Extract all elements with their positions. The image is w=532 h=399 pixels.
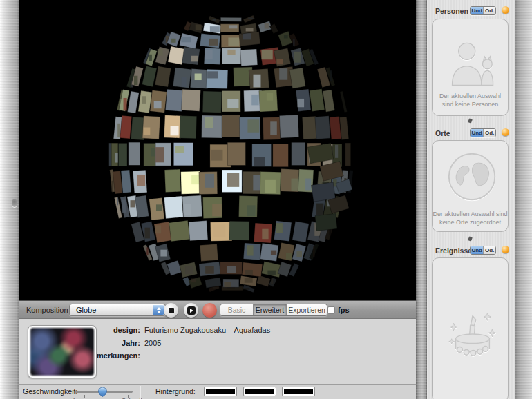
speed-label: Geschwindigkeit:	[23, 387, 77, 396]
ereignisse-und-button[interactable]: Und	[471, 246, 483, 254]
background-color-well-1[interactable]	[204, 387, 237, 396]
divider	[140, 386, 140, 399]
section-title-orte: Orte	[435, 129, 450, 137]
orte-und-button[interactable]: Und	[471, 129, 483, 137]
composition-popup-value: Globe	[76, 306, 96, 314]
person-cat-icon	[448, 40, 499, 86]
personen-empty-message-line1: Der aktuellen Auswahl	[433, 92, 508, 100]
photo-app-window: { "toolbar": { "composition_label": "Kom…	[0, 0, 532, 399]
personen-and-or-toggle: Und Od.	[470, 6, 496, 15]
pane-grip-mark	[468, 236, 473, 241]
play-icon	[187, 306, 196, 315]
filter-sidebar: Personen Und Od. Der aktuellen Auswahl s…	[427, 0, 515, 399]
popup-stepper-icon	[153, 305, 164, 315]
composition-toolbar: Komposition : Globe Basic Erweitert Expo…	[19, 300, 416, 319]
composition-info-panel: design: Futurismo Zugakousaku – Aquafada…	[19, 319, 416, 384]
orte-empty-message-line2: keine Orte zugeordnet	[433, 218, 508, 226]
photo-globe-viewport[interactable]	[19, 0, 416, 300]
stop-button[interactable]	[164, 303, 178, 318]
personen-remove-button[interactable]	[502, 6, 509, 14]
background-color-well-2[interactable]	[243, 387, 276, 396]
mode-segmented-control: Basic Erweitert Exportieren	[220, 304, 327, 316]
photo-globe-sphere	[19, 0, 416, 300]
composition-popup-menu[interactable]: Globe	[69, 304, 166, 316]
tab-erweitert[interactable]: Erweitert	[254, 304, 287, 315]
design-value: Futurismo Zugakousaku – Aquafadas	[144, 326, 270, 334]
section-title-ereignisse: Ereignisse	[435, 246, 472, 255]
fps-label: fps	[338, 306, 350, 314]
birthday-cake-icon	[442, 301, 503, 362]
composition-thumbnail[interactable]	[28, 325, 97, 378]
fps-checkbox[interactable]	[327, 306, 335, 314]
orte-empty-message-line1: Der aktuellen Auswahl sind	[433, 210, 508, 218]
pane-divider[interactable]	[416, 0, 427, 399]
ereignisse-oder-button[interactable]: Od.	[483, 246, 495, 254]
section-title-personen: Personen	[435, 7, 468, 15]
orte-drop-area[interactable]: Der aktuellen Auswahl sind keine Orte zu…	[432, 140, 509, 232]
background-color-well-3[interactable]	[282, 387, 315, 396]
personen-und-button[interactable]: Und	[471, 7, 483, 14]
composition-thumbnail-image	[30, 328, 94, 376]
orte-oder-button[interactable]: Od.	[483, 129, 495, 137]
globe-icon	[446, 150, 498, 203]
background-label: Hintergrund:	[155, 387, 196, 396]
composition-label: Komposition :	[26, 306, 73, 314]
bottom-controls-bar: Geschwindigkeit: Langsam Schnell Hinterg…	[19, 384, 416, 399]
stop-icon	[169, 308, 174, 313]
play-button[interactable]	[184, 303, 198, 318]
ereignisse-drop-area[interactable]	[432, 257, 509, 399]
year-value: 2005	[144, 339, 161, 347]
orte-and-or-toggle: Und Od.	[470, 128, 496, 137]
personen-empty-message-line2: sind keine Personen	[433, 100, 508, 108]
record-button[interactable]	[202, 303, 217, 318]
tab-exportieren[interactable]: Exportieren	[287, 304, 327, 315]
window-right-edge	[515, 0, 532, 399]
orte-remove-button[interactable]	[502, 128, 509, 136]
slider-thumb[interactable]	[97, 387, 108, 398]
ereignisse-remove-button[interactable]	[502, 246, 509, 253]
personen-oder-button[interactable]: Od.	[483, 7, 495, 14]
ereignisse-and-or-toggle: Und Od.	[470, 246, 496, 255]
window-edge-grip	[12, 199, 17, 207]
pane-grip-mark	[468, 118, 473, 123]
tab-basic[interactable]: Basic	[220, 304, 254, 315]
personen-drop-area[interactable]: Der aktuellen Auswahl sind keine Persone…	[432, 19, 509, 116]
